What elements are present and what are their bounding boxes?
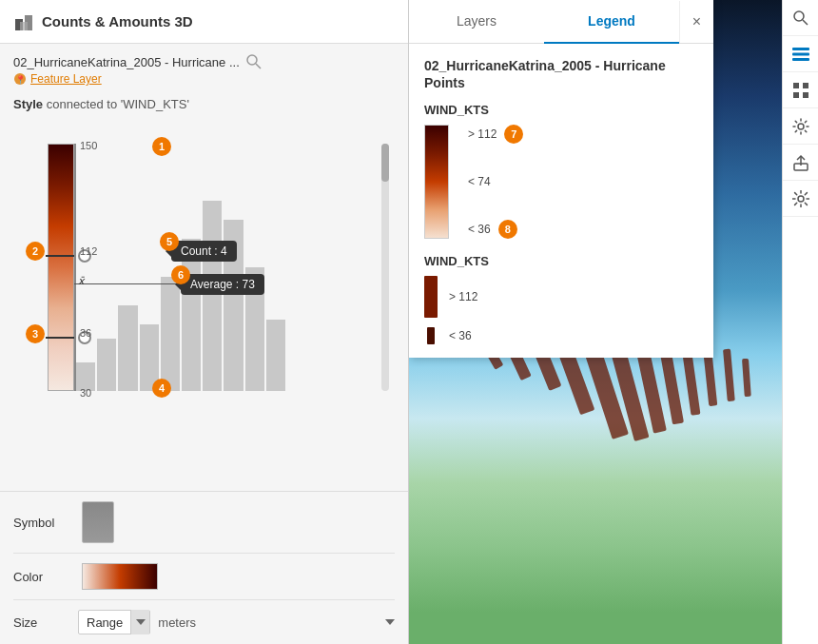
color-row: Color [13,554,395,600]
svg-rect-12 [793,83,799,88]
legend-size-row-large: > 112 [424,276,698,318]
svg-point-19 [798,196,804,202]
size-dropdown-end[interactable] [385,614,395,632]
svg-rect-11 [792,58,809,61]
count-tooltip: Count : 4 [171,241,237,262]
axis-val-112: 112 [80,245,97,257]
svg-rect-9 [792,48,809,50]
overlay-close-button[interactable]: × [679,1,713,43]
badge-3: 3 [26,324,45,343]
toolbar-configure-icon[interactable] [783,181,819,217]
layer-name-row: 02_HurricaneKatrina_2005 - Hurricane ... [13,53,395,70]
axis-val-30: 30 [80,387,91,399]
track-bar [742,359,751,397]
style-label: Style connected to 'WIND_KTS' [0,91,408,115]
tab-layers[interactable]: Layers [409,0,544,44]
legend-wind-kts-title-2: WIND_KTS [424,254,698,268]
toolbar-share-icon[interactable] [783,145,819,181]
panel-title: Counts & Amounts 3D [42,13,193,29]
panel-header: Counts & Amounts 3D [0,0,408,44]
legend-size-section: WIND_KTS > 112 < 36 [424,254,698,344]
hist-bar [182,239,201,391]
legend-badge-8: 8 [498,220,517,239]
size-type-text: Range [79,615,130,630]
overlay-tabs: Layers Legend × [409,0,713,44]
badge-5: 5 [160,232,179,251]
gear-icon [792,118,809,135]
style-field: connected to 'WIND_KTS' [47,97,189,111]
toolbar-grid-icon[interactable] [783,72,819,108]
chart-area: 150 1 [19,125,395,429]
axis-val-36: 36 [80,327,91,339]
svg-point-7 [794,11,804,21]
layer-info: 02_HurricaneKatrina_2005 - Hurricane ...… [0,44,408,91]
layer-search-icon[interactable] [245,53,263,70]
svg-rect-15 [803,92,808,98]
svg-rect-10 [792,52,809,55]
badge-2: 2 [26,242,45,261]
hist-bar [97,339,116,391]
legend-ramp-row-bot: < 36 8 [468,220,523,239]
color-preview[interactable] [82,563,158,590]
tab-legend[interactable]: Legend [544,0,679,44]
handle-36-line [46,337,74,339]
toolbar-layers-icon[interactable] [783,36,819,72]
svg-rect-14 [793,92,799,98]
overlay-panel: Layers Legend × 02_HurricaneKatrina_2005… [409,0,713,358]
hist-bar [203,201,222,391]
color-ramp[interactable] [48,144,74,391]
legend-ramp-row-mid: < 74 [468,175,523,188]
legend-bar-small [427,327,435,344]
legend-ramp-val-36: < 36 [468,223,491,236]
legend-ramp-row-top: > 112 7 [468,125,523,144]
track-bar [723,349,735,401]
legend-size-label-36: < 36 [449,329,472,342]
scrollbar[interactable] [381,144,389,391]
svg-rect-13 [803,83,808,88]
bottom-section: Symbol Color Size Range meters [0,491,408,644]
hist-bar [161,277,180,391]
badge-4: 4 [152,379,171,398]
size-label: Size [13,615,70,630]
configure-icon [792,190,809,207]
legend-layer-name: 02_HurricaneKatrina_2005 - Hurricane Poi… [424,57,698,91]
legend-content: 02_HurricaneKatrina_2005 - Hurricane Poi… [409,44,713,358]
symbol-label: Symbol [13,516,70,530]
grid-icon [793,83,808,98]
svg-point-3 [247,55,257,65]
toolbar-search-icon[interactable] [783,0,819,36]
handle-112-line [46,255,74,257]
toolbar-settings-icon[interactable] [783,108,819,145]
legend-size-label-112: > 112 [449,290,477,303]
chart-container: 150 1 [0,115,408,491]
size-select-arrow[interactable] [130,610,149,634]
legend-color-ramp: > 112 7 < 74 < 36 8 [424,125,698,239]
layers-icon [792,48,809,61]
legend-ramp-val-112: > 112 [468,127,497,141]
right-toolbar [782,0,818,644]
legend-size-row-small: < 36 [424,327,698,344]
size-select[interactable]: Range [78,610,150,634]
svg-point-16 [798,124,804,129]
symbol-row: Symbol [13,492,395,554]
legend-wind-kts-title-1: WIND_KTS [424,103,698,117]
symbol-preview[interactable] [82,501,114,543]
scrollbar-thumb[interactable] [381,144,389,182]
svg-line-4 [256,64,261,68]
size-end-arrow-icon [385,614,395,629]
xbar-symbol: x̄ [78,275,85,287]
dropdown-arrow-icon [136,619,146,625]
legend-bar-large [424,276,438,318]
right-side: Layers Legend × 02_HurricaneKatrina_2005… [409,0,818,644]
search-icon [792,10,809,27]
feature-layer-link[interactable]: 📍 Feature Layer [13,72,395,86]
hist-bar [266,320,285,391]
legend-badge-7: 7 [504,125,523,144]
svg-rect-2 [20,22,28,30]
color-label: Color [13,570,70,584]
legend-ramp-val-74: < 74 [468,175,491,188]
svg-line-8 [803,20,808,25]
average-tooltip: Average : 73 [181,274,264,295]
badge-6: 6 [171,265,190,284]
counts-3d-icon [13,11,34,32]
